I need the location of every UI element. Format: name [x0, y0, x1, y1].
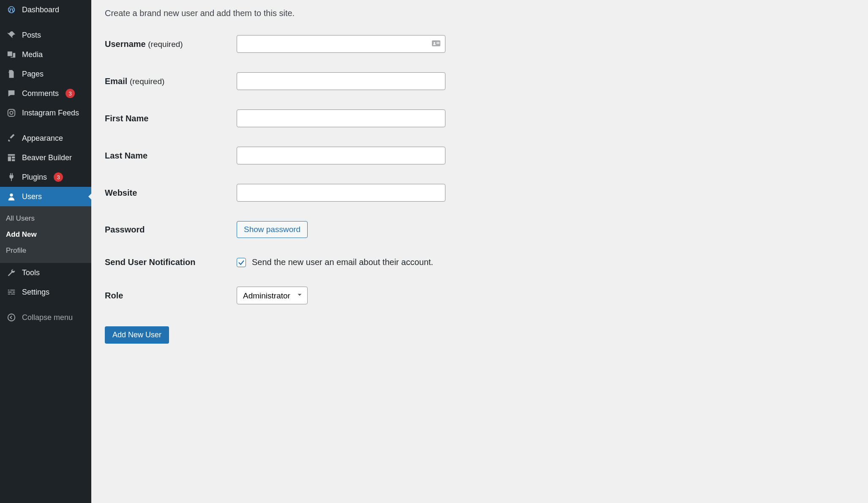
sidebar-label: Pages [22, 70, 44, 79]
svg-point-2 [10, 111, 13, 114]
label-email: Email (required) [105, 77, 237, 86]
plugins-badge: 3 [54, 172, 63, 182]
sidebar-label: Dashboard [22, 5, 59, 14]
sidebar-label: Comments [22, 89, 59, 98]
label-required: (required) [148, 40, 183, 49]
svg-point-3 [13, 110, 14, 111]
sidebar-item-pages[interactable]: Pages [0, 64, 91, 84]
sidebar-item-dashboard[interactable]: Dashboard [0, 0, 91, 19]
label-password: Password [105, 225, 237, 235]
row-website: Website [105, 184, 854, 202]
notify-checkbox[interactable] [237, 258, 246, 267]
sidebar-separator [0, 302, 91, 308]
submenu-item-all-users[interactable]: All Users [0, 210, 91, 227]
sidebar-label: Collapse menu [22, 313, 73, 322]
brush-icon [6, 134, 17, 143]
role-select[interactable]: Administrator [237, 287, 308, 304]
label-text: Username [105, 39, 146, 49]
row-first-name: First Name [105, 109, 854, 127]
sidebar-item-media[interactable]: Media [0, 45, 91, 64]
label-notify: Send User Notification [105, 257, 237, 267]
row-username: Username (required) [105, 35, 854, 53]
svg-point-4 [10, 194, 13, 197]
wrench-icon [6, 268, 17, 277]
sidebar-label: Tools [22, 268, 40, 277]
notify-checkbox-row: Send the new user an email about their a… [237, 257, 433, 267]
username-input[interactable] [237, 35, 445, 53]
label-website: Website [105, 188, 237, 198]
admin-sidebar: Dashboard Posts Media Pages Comments 3 I… [0, 0, 91, 503]
sidebar-separator [0, 123, 91, 128]
users-submenu: All Users Add New Profile [0, 206, 91, 263]
collapse-icon [6, 313, 17, 322]
id-card-icon [431, 38, 441, 50]
show-password-button[interactable]: Show password [237, 221, 308, 238]
sidebar-separator [0, 19, 91, 25]
username-input-wrap [237, 35, 445, 53]
instagram-icon [6, 108, 17, 118]
submenu-item-profile[interactable]: Profile [0, 243, 91, 259]
last-name-input[interactable] [237, 147, 445, 164]
label-role: Role [105, 291, 237, 301]
add-user-button[interactable]: Add New User [105, 326, 169, 344]
layout-icon [6, 153, 17, 162]
sidebar-item-beaver[interactable]: Beaver Builder [0, 148, 91, 167]
svg-point-0 [8, 52, 10, 54]
user-icon [6, 192, 17, 201]
submenu-item-add-new[interactable]: Add New [0, 227, 91, 243]
sidebar-label: Media [22, 50, 43, 59]
label-first-name: First Name [105, 114, 237, 123]
check-icon [237, 259, 245, 266]
label-username: Username (required) [105, 39, 237, 49]
comments-icon [6, 89, 17, 98]
media-icon [6, 50, 17, 59]
row-last-name: Last Name [105, 147, 854, 164]
page-intro: Create a brand new user and add them to … [105, 8, 854, 18]
svg-rect-9 [437, 44, 439, 44]
sidebar-label: Beaver Builder [22, 153, 72, 162]
main-content: Create a brand new user and add them to … [91, 0, 868, 503]
svg-point-5 [8, 314, 15, 321]
sidebar-item-comments[interactable]: Comments 3 [0, 84, 91, 103]
row-role: Role Administrator [105, 287, 854, 304]
row-email: Email (required) [105, 72, 854, 90]
role-select-wrap: Administrator [237, 287, 308, 304]
dashboard-icon [6, 5, 17, 14]
sidebar-label: Posts [22, 31, 41, 40]
row-notify: Send User Notification Send the new user… [105, 257, 854, 267]
sidebar-item-settings[interactable]: Settings [0, 282, 91, 302]
first-name-input[interactable] [237, 109, 445, 127]
sidebar-label: Instagram Feeds [22, 109, 79, 118]
comments-badge: 3 [66, 89, 75, 98]
sidebar-collapse[interactable]: Collapse menu [0, 308, 91, 327]
pin-icon [6, 30, 17, 40]
svg-rect-8 [437, 42, 439, 43]
website-input[interactable] [237, 184, 445, 202]
row-password: Password Show password [105, 221, 854, 238]
label-required: (required) [130, 77, 164, 86]
email-input[interactable] [237, 72, 445, 90]
sidebar-label: Users [22, 192, 42, 201]
pages-icon [6, 69, 17, 79]
sidebar-item-appearance[interactable]: Appearance [0, 128, 91, 148]
sidebar-label: Plugins [22, 173, 47, 182]
sidebar-item-instagram[interactable]: Instagram Feeds [0, 103, 91, 123]
sidebar-label: Settings [22, 288, 49, 297]
label-text: Email [105, 77, 127, 86]
svg-point-7 [434, 42, 435, 44]
sidebar-item-tools[interactable]: Tools [0, 263, 91, 282]
sidebar-item-users[interactable]: Users [0, 187, 91, 206]
notify-checkbox-label: Send the new user an email about their a… [252, 257, 433, 267]
sidebar-label: Appearance [22, 134, 63, 143]
sidebar-item-plugins[interactable]: Plugins 3 [0, 167, 91, 187]
label-last-name: Last Name [105, 151, 237, 161]
sidebar-item-posts[interactable]: Posts [0, 25, 91, 45]
plug-icon [6, 172, 17, 182]
sliders-icon [6, 287, 17, 297]
